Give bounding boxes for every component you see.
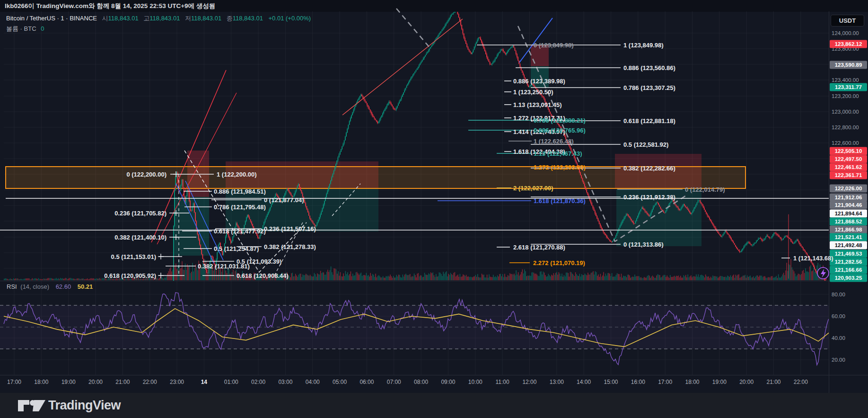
time-axis-label: 11:00 bbox=[496, 379, 509, 385]
time-axis-label: 17:00 bbox=[7, 379, 21, 385]
price-badge: 122,461.62 bbox=[830, 163, 867, 171]
fib-label[interactable]: 0 (122,200.00) bbox=[126, 171, 167, 178]
time-axis-label: 01:00 bbox=[224, 379, 238, 385]
fib-label[interactable]: 1 (121,143.68) bbox=[793, 255, 833, 262]
fib-label[interactable]: 1.13 (122,467.43) bbox=[534, 150, 582, 157]
price-badge: 121,166.66 bbox=[830, 266, 867, 274]
price-badge: 121,894.64 bbox=[830, 210, 867, 218]
price-axis-label: 123,200.00 bbox=[832, 93, 859, 99]
price-badge: 121,866.98 bbox=[830, 226, 867, 234]
fib-label[interactable]: 0.618 (121,477.92) bbox=[214, 228, 266, 235]
fib-label[interactable]: 1 (123,849.98) bbox=[623, 42, 664, 49]
fib-label[interactable]: 0.886 (123,560.86) bbox=[623, 64, 675, 71]
time-axis-label: 08:00 bbox=[414, 379, 428, 385]
short-profit-box-1[interactable] bbox=[174, 197, 209, 256]
fib-label[interactable]: 0.786 (123,307.25) bbox=[623, 84, 675, 91]
symbol-legend-row[interactable]: Bitcoin / TetherUS · 1 · BINANCE 시118,84… bbox=[6, 14, 311, 23]
price-badge: 121,492.48 bbox=[830, 241, 867, 249]
fib-label[interactable]: 1.13 (123,091.45) bbox=[513, 101, 562, 108]
fib-label[interactable]: 0.5 (121,093.39) bbox=[237, 258, 281, 265]
time-axis-label: 19:00 bbox=[712, 379, 727, 385]
fib-label[interactable]: 1.618 (121,870.36) bbox=[534, 197, 586, 205]
time-axis-label: 06:00 bbox=[359, 379, 374, 385]
high-value: 118,843.01 bbox=[149, 15, 180, 22]
volume-legend-row[interactable]: 볼륨 · BTC 0 bbox=[6, 25, 44, 33]
fib-label[interactable]: 0.618 (120,908.44) bbox=[237, 272, 289, 279]
fib-label[interactable]: 0.886 (122,765.96) bbox=[534, 127, 586, 134]
rsi-value: 62.60 bbox=[56, 283, 71, 290]
open-value: 118,843.01 bbox=[108, 15, 139, 22]
fib-label[interactable]: 0 (122,014.79) bbox=[685, 186, 725, 193]
rsi-params: (14, close) bbox=[20, 283, 49, 290]
fib-label[interactable]: 0.786 (122,888.21) bbox=[534, 117, 586, 124]
fib-label[interactable]: 0 (121,877.04) bbox=[264, 196, 304, 204]
close-label: 종 bbox=[227, 15, 233, 22]
time-axis-label: 21:00 bbox=[767, 379, 781, 385]
fib-label[interactable]: 0.236 (121,507.16) bbox=[264, 225, 316, 232]
fib-label[interactable]: 0 (121,313.86) bbox=[623, 241, 664, 248]
tradingview-logo-text[interactable]: TradingView bbox=[48, 398, 121, 413]
fib-label[interactable]: 0.382 (122,282.66) bbox=[623, 165, 675, 172]
fib-label[interactable]: 0 (123,849.98) bbox=[534, 42, 574, 49]
price-axis-label: 123,000.00 bbox=[832, 109, 859, 115]
fib-label[interactable]: 2.618 (121,270.88) bbox=[513, 244, 565, 251]
close-value: 118,843.01 bbox=[233, 15, 263, 22]
time-axis-label: 14 bbox=[201, 379, 207, 385]
price-badge: 120,903.25 bbox=[830, 274, 867, 282]
price-badge: 121,521.41 bbox=[830, 233, 867, 241]
rsi-axis-label: 60.00 bbox=[832, 313, 845, 319]
time-axis-label: 10:00 bbox=[468, 379, 482, 385]
fib-label[interactable]: 2 (122,027.00) bbox=[513, 185, 553, 192]
tradingview-snapshot: lkb0266이 TradingView.com와 함께 8월 14, 2025… bbox=[0, 0, 868, 418]
time-axis-label: 14:00 bbox=[577, 379, 591, 385]
rsi-axis-label: 40.00 bbox=[832, 335, 845, 341]
candle-series bbox=[173, 9, 827, 293]
rsi-name: RSI bbox=[7, 283, 17, 290]
dashed-connector[interactable] bbox=[396, 9, 430, 47]
change-value: +0.01 (+0.00%) bbox=[269, 15, 311, 22]
footer-bar: TradingView bbox=[0, 393, 868, 418]
fib-label[interactable]: 0.886 (121,984.51) bbox=[214, 188, 266, 195]
fib-label[interactable]: 0.618 (122,881.18) bbox=[623, 117, 675, 125]
volume-value: 0 bbox=[41, 25, 44, 32]
price-badge: 121,282.56 bbox=[830, 258, 867, 266]
rsi-legend[interactable]: RSI (14, close) 62.60 50.21 bbox=[7, 283, 93, 290]
lightning-icon[interactable] bbox=[817, 267, 829, 279]
price-badge: 121,469.53 bbox=[830, 250, 867, 258]
fib-label[interactable]: 1 (123,250.50) bbox=[513, 89, 553, 96]
fib-label[interactable]: 1 (122,626.48) bbox=[534, 138, 574, 145]
fib-label[interactable]: 0.382 (121,400.10) bbox=[114, 234, 167, 241]
currency-toggle-button[interactable]: USDT bbox=[831, 15, 864, 27]
fib-label[interactable]: 0.236 (121,912.38) bbox=[623, 194, 675, 201]
tradingview-logo-icon[interactable] bbox=[17, 399, 46, 412]
time-axis-label: 04:00 bbox=[306, 379, 320, 385]
fib-label[interactable]: 0.886 (123,389.98) bbox=[513, 78, 565, 85]
fib-label[interactable]: 0.5 (121,254.87) bbox=[214, 245, 259, 252]
time-axis-label: 02:00 bbox=[251, 379, 265, 385]
rsi-ma-value: 50.21 bbox=[78, 283, 93, 290]
symbol-title[interactable]: Bitcoin / TetherUS · 1 · BINANCE bbox=[6, 15, 97, 22]
price-axis-label: 124,000.00 bbox=[832, 30, 859, 36]
price-badge: 121,868.52 bbox=[830, 218, 867, 226]
fib-label[interactable]: 0.618 (120,905.92) bbox=[104, 272, 156, 279]
price-badge: 121,912.06 bbox=[830, 194, 867, 202]
fib-label[interactable]: 1.272 (122,293.69) bbox=[534, 164, 586, 171]
fib-label[interactable]: 1 (122,200.00) bbox=[217, 171, 257, 178]
time-axis-label: 15:00 bbox=[604, 379, 618, 385]
time-axis-label: 03:00 bbox=[278, 379, 292, 385]
price-badge: 123,590.89 bbox=[830, 61, 867, 69]
fib-label[interactable]: 0.236 (121,705.82) bbox=[114, 210, 167, 217]
fib-label[interactable]: 0.786 (121,795.48) bbox=[214, 204, 266, 211]
price-chart[interactable] bbox=[0, 0, 868, 418]
price-badge: 122,505.10 bbox=[830, 147, 867, 155]
rsi-axis-label: 20.00 bbox=[832, 357, 845, 363]
fib-label[interactable]: 0.5 (122,581.92) bbox=[623, 141, 668, 148]
time-axis-label: 09:00 bbox=[441, 379, 455, 385]
time-axis-label: 22:00 bbox=[794, 379, 808, 385]
fib-label[interactable]: 0.5 (121,153.01) bbox=[111, 253, 156, 260]
rsi-axis-label: 80.00 bbox=[832, 292, 845, 297]
fib-label[interactable]: 2.272 (121,070.19) bbox=[533, 259, 585, 267]
price-badge: 123,311.77 bbox=[830, 83, 867, 91]
low-label: 저 bbox=[185, 15, 191, 22]
fib-label[interactable]: 0.382 (121,278.33) bbox=[264, 243, 316, 250]
